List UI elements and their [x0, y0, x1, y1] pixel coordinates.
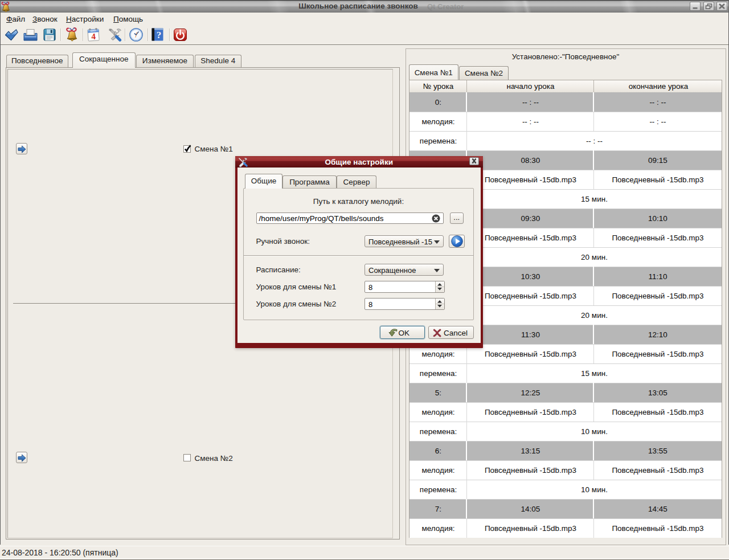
- svg-text:MAR: MAR: [90, 29, 96, 32]
- svg-text:?: ?: [157, 30, 162, 40]
